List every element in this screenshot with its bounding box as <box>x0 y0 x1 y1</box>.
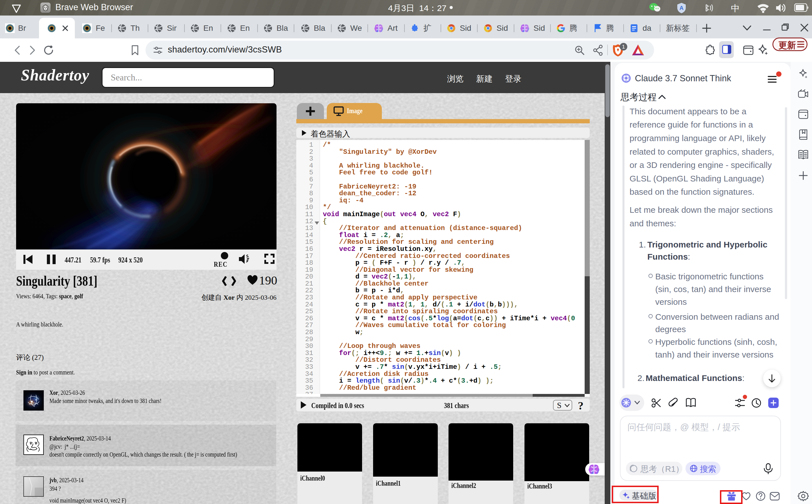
svg-text:A: A <box>680 5 684 11</box>
